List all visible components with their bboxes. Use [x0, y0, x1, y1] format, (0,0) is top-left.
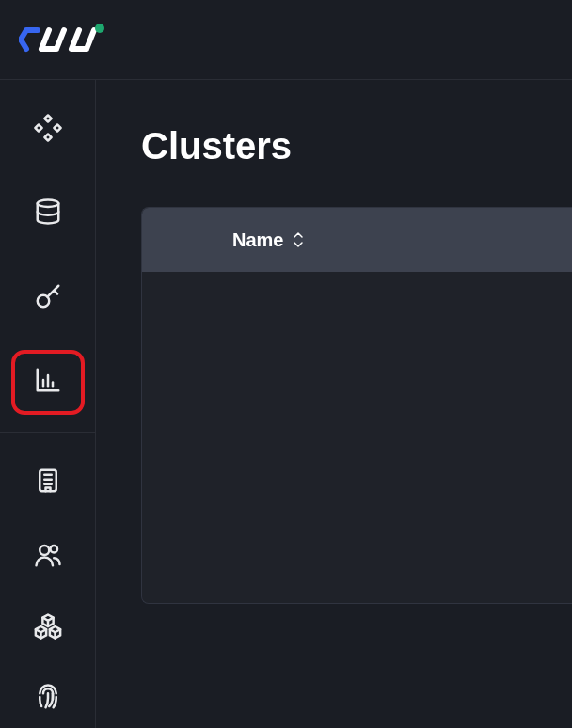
- table-header: Name: [142, 208, 572, 272]
- app-logo[interactable]: [19, 21, 105, 58]
- column-label: Name: [232, 229, 283, 251]
- chart-icon: [34, 366, 62, 398]
- database-icon: [34, 198, 62, 229]
- sidebar-divider: [0, 432, 95, 433]
- cubes-icon: [34, 612, 62, 644]
- svg-point-5: [37, 200, 58, 208]
- sidebar-item-integrations[interactable]: [15, 599, 81, 657]
- svg-point-0: [95, 24, 104, 33]
- sidebar-item-database[interactable]: [15, 185, 81, 244]
- svg-rect-2: [44, 134, 51, 140]
- users-icon: [34, 541, 62, 573]
- svg-point-9: [50, 546, 57, 553]
- sidebar-item-security[interactable]: [15, 670, 81, 728]
- sidebar-item-services[interactable]: [15, 101, 81, 159]
- building-icon: [34, 467, 62, 499]
- sort-icon: [293, 231, 304, 248]
- services-icon: [34, 114, 62, 146]
- clusters-table: Name: [141, 207, 572, 604]
- svg-rect-3: [35, 124, 41, 131]
- key-icon: [34, 282, 62, 314]
- main-content: Clusters Name: [96, 80, 572, 728]
- sidebar: [0, 80, 96, 728]
- sidebar-item-team[interactable]: [15, 528, 81, 586]
- top-bar: [0, 0, 572, 80]
- svg-rect-1: [44, 115, 51, 121]
- column-header-name[interactable]: Name: [232, 229, 304, 251]
- svg-rect-4: [54, 124, 60, 131]
- fingerprint-icon: [34, 683, 62, 715]
- sidebar-item-billing[interactable]: [15, 453, 81, 512]
- page-title: Clusters: [141, 125, 572, 167]
- svg-point-8: [40, 546, 49, 555]
- sidebar-item-api-keys[interactable]: [15, 269, 81, 327]
- sidebar-item-analytics[interactable]: [11, 350, 85, 416]
